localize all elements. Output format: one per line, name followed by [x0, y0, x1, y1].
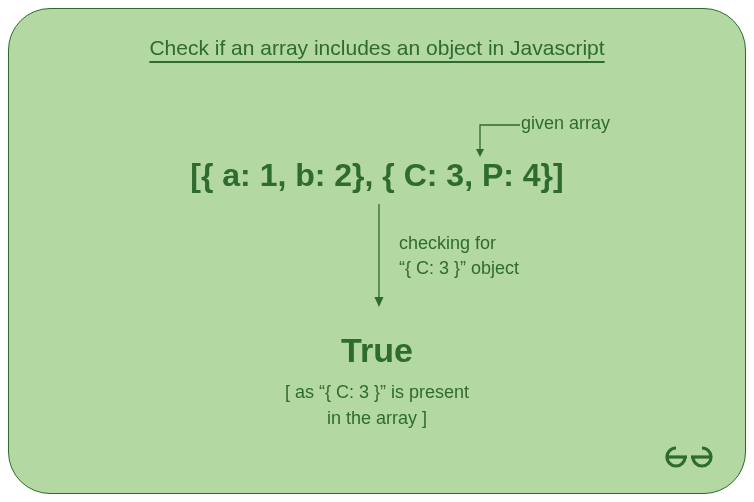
callout-arrow: [474, 122, 520, 157]
checking-line-2: “{ C: 3 }” object: [399, 256, 519, 281]
result-explanation: [ as “{ C: 3 }” is present in the array …: [285, 379, 469, 431]
checking-label: checking for “{ C: 3 }” object: [399, 231, 519, 281]
geeksforgeeks-logo-icon: [665, 443, 713, 471]
result-value: True: [341, 331, 413, 370]
checking-line-1: checking for: [399, 231, 519, 256]
down-arrow-icon: [378, 204, 380, 304]
given-array-label: given array: [521, 113, 610, 134]
explain-line-2: in the array ]: [285, 405, 469, 431]
diagram-card: Check if an array includes an object in …: [8, 8, 746, 494]
diagram-title: Check if an array includes an object in …: [149, 36, 604, 60]
explain-line-1: [ as “{ C: 3 }” is present: [285, 379, 469, 405]
array-literal: [{ a: 1, b: 2}, { C: 3, P: 4}]: [190, 157, 563, 194]
